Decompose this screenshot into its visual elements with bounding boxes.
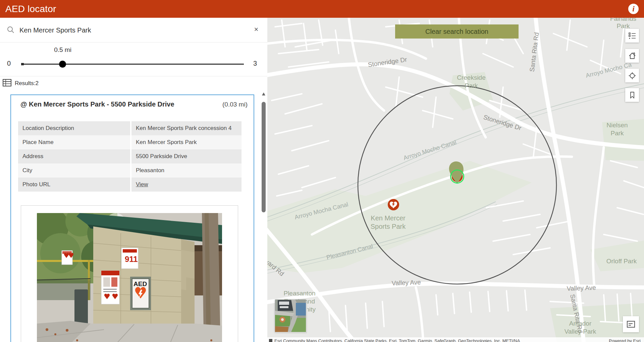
layer-list-button[interactable] [625, 29, 639, 43]
svg-text:Amador: Amador [569, 320, 592, 327]
slider-min-label: 0 [7, 60, 11, 67]
attribution-text: Esri Community Maps Contributors, Califo… [274, 338, 520, 342]
aed-marker[interactable] [388, 199, 399, 210]
field-value: Ken Mercer Sports Park concession 4 [131, 121, 241, 135]
field-value: Ken Mercer Sports Park [131, 135, 241, 149]
results-count: Results:2 [15, 80, 39, 87]
map-attribution: Esri Community Maps Contributors, Califo… [267, 337, 644, 342]
side-panel: × 0.5 mi 0 3 Results:2 @ Ken Mercer Spor… [0, 18, 267, 342]
search-input[interactable] [19, 24, 241, 37]
table-row: Address 5500 Parkside Drive [18, 149, 241, 163]
info-icon[interactable]: i [628, 4, 639, 14]
table-row: Photo URL View [18, 178, 241, 192]
field-label: Photo URL [18, 178, 130, 192]
field-value: Pleasanton [131, 163, 241, 178]
attribution-toggle-icon[interactable] [269, 339, 272, 342]
svg-text:Pleasanton: Pleasanton [283, 290, 315, 297]
result-detail-table: Location Description Ken Mercer Sports P… [18, 121, 241, 192]
scrollbar-thumb[interactable] [262, 102, 266, 212]
svg-text:Valley Ave: Valley Ave [391, 279, 421, 287]
svg-text:911: 911 [125, 255, 138, 264]
field-label: City [18, 163, 130, 178]
locate-icon [628, 72, 636, 80]
basemap-toggle[interactable] [275, 299, 306, 332]
radius-slider[interactable] [21, 64, 244, 65]
slider-thumb[interactable] [59, 61, 66, 68]
home-button[interactable] [625, 49, 639, 63]
field-value: 5500 Parkside Drive [131, 149, 241, 163]
aed-locator-app: AED locator i × 0.5 mi 0 3 Results:2 [0, 0, 644, 342]
radius-slider-section: 0.5 mi 0 3 [0, 43, 267, 76]
app-header: AED locator i [0, 0, 644, 18]
field-label: Place Name [18, 135, 130, 149]
aed-photo-image: 911 AED [37, 213, 222, 342]
field-label: Address [18, 149, 130, 163]
results-header: Results:2 [0, 76, 267, 90]
svg-text:Sports Park: Sports Park [371, 223, 406, 230]
svg-text:Park: Park [616, 22, 630, 29]
panel-scrollbar[interactable] [261, 89, 267, 342]
result-title: @ Ken Mercer Sports Park - 5500 Parkside… [20, 100, 174, 108]
legend-button[interactable] [623, 316, 639, 332]
bookmarks-button[interactable] [625, 88, 639, 102]
table-row: Place Name Ken Mercer Sports Park [18, 135, 241, 149]
result-title-row: @ Ken Mercer Sports Park - 5500 Parkside… [11, 95, 254, 110]
layer-list-icon [628, 32, 636, 40]
scroll-up-arrow-icon[interactable] [262, 92, 265, 95]
svg-text:Park: Park [465, 82, 478, 89]
field-value: View [131, 178, 241, 192]
locate-button[interactable] [625, 69, 639, 82]
svg-text:AED: AED [133, 280, 147, 287]
map-view[interactable]: Stoneridge Dr Stoneridge Dr Santa Rita R… [267, 18, 644, 342]
svg-text:Ken Mercer: Ken Mercer [371, 214, 406, 222]
svg-text:Park: Park [610, 130, 624, 137]
clear-search-location-button[interactable]: Clear search location [395, 24, 519, 39]
result-card-selected[interactable]: @ Ken Mercer Sports Park - 5500 Parkside… [10, 94, 254, 342]
photo-view-link[interactable]: View [136, 181, 148, 188]
slider-value-label: 0.5 mi [49, 46, 76, 54]
home-icon [628, 52, 636, 60]
svg-text:Valley Park: Valley Park [565, 328, 596, 335]
search-icon [7, 26, 15, 35]
table-row: Location Description Ken Mercer Sports P… [18, 121, 241, 135]
svg-text:Orloff Park: Orloff Park [606, 258, 637, 265]
basemap-thumbnail [275, 299, 306, 332]
field-label: Location Description [18, 121, 130, 135]
search-bar: × [0, 18, 267, 43]
svg-text:Nielsen: Nielsen [606, 122, 628, 129]
svg-text:Fairlands: Fairlands [610, 18, 636, 22]
table-icon [3, 78, 11, 88]
svg-text:Valley Ave: Valley Ave [567, 284, 596, 292]
slider-max-label: 3 [253, 60, 257, 67]
basemap[interactable]: Stoneridge Dr Stoneridge Dr Santa Rita R… [267, 18, 644, 342]
legend-icon [627, 321, 635, 328]
result-distance: (0.03 mi) [222, 101, 248, 108]
powered-by-esri: Powered by Esri [609, 338, 641, 342]
svg-text:Creekside: Creekside [457, 74, 486, 81]
photo-frame: 911 AED [21, 205, 238, 342]
table-row: City Pleasanton [18, 163, 241, 178]
bookmark-icon [628, 91, 636, 99]
app-title: AED locator [5, 4, 56, 14]
clear-search-text-icon[interactable]: × [252, 25, 261, 34]
